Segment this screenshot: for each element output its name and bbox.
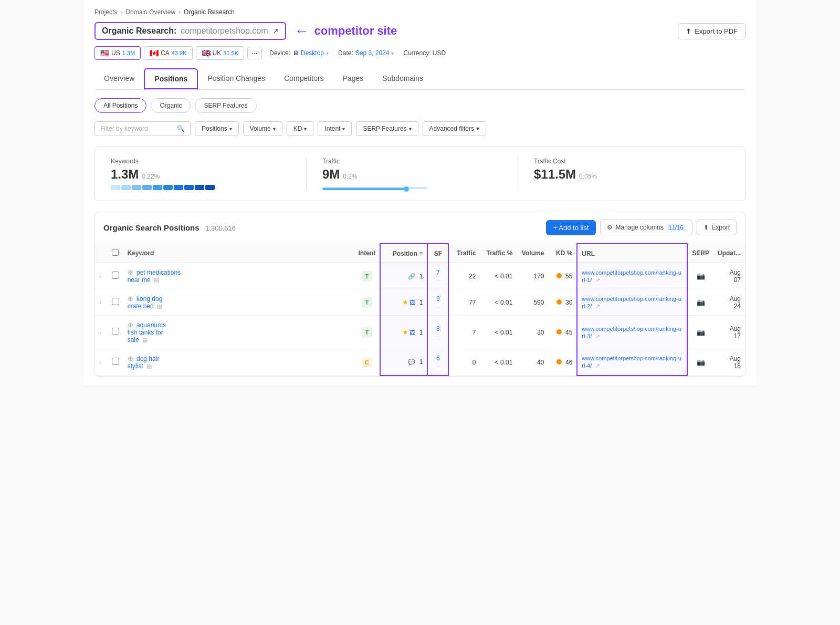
tab-overview[interactable]: Overview: [94, 68, 144, 89]
row-checkbox[interactable]: [112, 298, 119, 305]
external-link-icon[interactable]: ↗: [595, 333, 600, 339]
kd-dot-icon: [556, 273, 562, 278]
chevron-down-icon: ▾: [273, 126, 276, 132]
th-traffic-pct: Traffic %: [480, 244, 517, 263]
positions-table: Keyword Intent Position ≡ SF Traffic Tra…: [95, 243, 745, 376]
flag-ca[interactable]: 🇨🇦 CA 43.9K: [144, 46, 192, 60]
advanced-filters-button[interactable]: Advanced filters ▾: [423, 121, 486, 136]
traffic-pct: 0.2%: [343, 173, 357, 180]
table-count: 1,300,616: [205, 224, 236, 232]
device-value[interactable]: Desktop: [301, 49, 324, 57]
external-link-icon[interactable]: ↗: [595, 303, 600, 309]
updated-value: Aug24: [730, 295, 741, 310]
subtab-all-positions[interactable]: All Positions: [94, 98, 146, 113]
updated-value: Aug07: [730, 269, 741, 284]
export-icon: ⬆: [686, 27, 691, 35]
star-icon: ★: [402, 328, 408, 336]
row-checkbox[interactable]: [112, 328, 119, 335]
traffic-value: 0: [472, 359, 476, 366]
more-flags-button[interactable]: ···: [247, 47, 262, 59]
volume-filter[interactable]: Volume ▾: [243, 121, 282, 136]
export-table-button[interactable]: ⬆ Export: [697, 220, 737, 235]
row-checkbox[interactable]: [112, 358, 119, 365]
traffic-value: 22: [469, 273, 476, 280]
page-title: Organic Research:: [102, 26, 176, 36]
image-icon: 🖼: [410, 329, 415, 336]
currency-info: Currency: USD: [403, 49, 446, 57]
serp-features-filter[interactable]: SERP Features ▾: [356, 121, 418, 136]
add-to-list-button[interactable]: + Add to list: [546, 220, 596, 235]
breadcrumb: Projects › Domain Overview › Organic Res…: [94, 8, 746, 16]
chevron-down-icon: ▾: [342, 126, 345, 132]
subtab-serp-features[interactable]: SERP Features: [195, 98, 256, 113]
external-link-icon[interactable]: ↗: [595, 277, 600, 283]
intent-badge: C: [362, 357, 372, 368]
keywords-value: 1.3M: [111, 167, 139, 182]
traffic-value: 77: [469, 299, 476, 306]
row-expand-icon[interactable]: ›: [99, 359, 103, 366]
sf-value[interactable]: 6: [436, 355, 440, 362]
add-circle-icon[interactable]: ⊕: [128, 295, 133, 303]
date-value[interactable]: Sep 3, 2024: [355, 49, 390, 57]
sf-value[interactable]: 8: [436, 325, 440, 332]
star-icon: ★: [402, 298, 408, 306]
kd-dot-icon: [556, 359, 562, 364]
external-link-icon[interactable]: ↗: [272, 27, 279, 35]
camera-icon: 📷: [697, 272, 705, 280]
chevron-down-icon: ▾: [409, 126, 412, 132]
table-row: › ⊕ dog hairstylist ▤ C 💬 1: [95, 349, 745, 376]
tab-competitors[interactable]: Competitors: [275, 68, 333, 89]
tab-pages[interactable]: Pages: [333, 68, 373, 89]
sf-value[interactable]: 7: [436, 269, 440, 276]
table-actions: + Add to list ⚙ Manage columns 11/16 ⬆ E…: [546, 220, 737, 235]
positions-filter[interactable]: Positions ▾: [195, 121, 239, 136]
intent-filter[interactable]: Intent ▾: [318, 121, 352, 136]
traffic-pct-value: < 0.01: [495, 299, 513, 306]
th-keyword: Keyword: [123, 244, 354, 263]
add-circle-icon[interactable]: ⊕: [128, 321, 133, 329]
tab-subdomains[interactable]: Subdomains: [373, 68, 433, 89]
traffic-value: 7: [472, 329, 476, 336]
stats-row: Keywords 1.3M 0.22% Traffic 9M: [94, 147, 746, 201]
th-volume: Volume: [517, 244, 548, 263]
traffic-pct-value: < 0.01: [495, 329, 513, 336]
traffic-cost-pct: 0.05%: [579, 173, 597, 180]
device-selector: Device: 🖥 Desktop ▾: [269, 49, 329, 57]
add-circle-icon[interactable]: ⊕: [128, 268, 133, 276]
row-expand-icon[interactable]: ›: [99, 273, 103, 279]
row-expand-icon[interactable]: ›: [99, 299, 103, 306]
sf-value[interactable]: 9: [436, 295, 440, 303]
manage-columns-badge: 11/16: [666, 224, 686, 231]
external-link-icon[interactable]: ↗: [595, 362, 600, 369]
kd-filter[interactable]: KD ▾: [287, 121, 314, 136]
row-expand-icon[interactable]: ›: [99, 329, 103, 336]
link-icon: 🔗: [408, 273, 415, 280]
export-pdf-button[interactable]: ⬆ Export to PDF: [678, 23, 746, 39]
manage-columns-button[interactable]: ⚙ Manage columns 11/16: [600, 220, 692, 235]
updated-value: Aug18: [730, 355, 741, 370]
flag-us[interactable]: 🇺🇸 US 1.3M: [94, 46, 141, 60]
kd-dot-icon: [556, 329, 562, 335]
search-icon[interactable]: 🔍: [177, 125, 185, 132]
select-all-checkbox[interactable]: [112, 249, 119, 256]
th-checkbox: [108, 244, 123, 263]
row-checkbox[interactable]: [112, 272, 119, 279]
table-section: Organic Search Positions 1,300,616 + Add…: [94, 212, 746, 377]
th-traffic: Traffic: [448, 244, 480, 263]
camera-icon: 📷: [697, 328, 705, 336]
subtab-organic[interactable]: Organic: [151, 98, 191, 113]
tab-position-changes[interactable]: Position Changes: [198, 68, 275, 89]
traffic-bar: [322, 186, 502, 190]
traffic-cost-value: $11.5M: [534, 167, 576, 182]
chevron-down-icon: ▾: [476, 125, 479, 132]
th-position[interactable]: Position ≡: [380, 244, 427, 263]
breadcrumb-domain[interactable]: Domain Overview: [125, 8, 175, 16]
competitor-label: ← competitor site: [295, 23, 397, 39]
stat-keywords: Keywords 1.3M 0.22%: [111, 158, 306, 190]
breadcrumb-projects[interactable]: Projects: [94, 8, 117, 16]
search-input[interactable]: [100, 125, 174, 132]
tab-positions[interactable]: Positions: [144, 68, 198, 89]
flag-uk[interactable]: 🇬🇧 UK 31.5K: [196, 46, 244, 60]
keyword-search-container: 🔍: [94, 121, 191, 136]
add-circle-icon[interactable]: ⊕: [128, 355, 133, 362]
